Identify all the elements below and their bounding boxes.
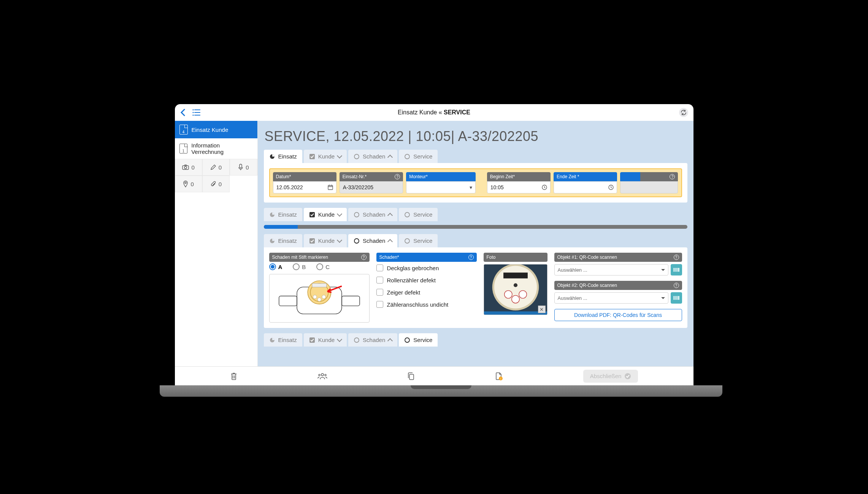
tab-service[interactable]: Service: [399, 150, 438, 163]
calendar-icon: [328, 185, 333, 190]
tab-schaden[interactable]: Schaden: [348, 234, 397, 247]
tab-service[interactable]: Service: [399, 333, 438, 347]
tabs-service-block: Einsatz Kunde Schaden Service: [264, 333, 687, 347]
select-qr1[interactable]: Auswählen ...: [554, 264, 668, 276]
svg-point-44: [519, 291, 526, 298]
svg-point-45: [513, 283, 517, 287]
radio-a[interactable]: A: [269, 263, 282, 270]
svg-point-34: [313, 295, 316, 299]
tab-einsatz[interactable]: Einsatz: [264, 208, 302, 221]
page-title: SERVICE, 12.05.2022 | 10:05| A-33/202205: [265, 128, 687, 144]
help-icon[interactable]: ?: [468, 255, 474, 260]
mic-icon: [238, 164, 243, 171]
input-ende-zeit[interactable]: [554, 181, 617, 193]
help-icon[interactable]: ?: [674, 283, 679, 288]
input-datum[interactable]: 12.05.2022: [273, 181, 336, 193]
radio-b[interactable]: B: [293, 263, 306, 270]
svg-rect-21: [309, 212, 315, 217]
check-box-icon: [309, 154, 315, 160]
back-icon[interactable]: [180, 109, 186, 116]
scan-qr1-button[interactable]: [671, 264, 682, 276]
tab-einsatz[interactable]: Einsatz: [264, 150, 302, 163]
tool-pin[interactable]: 0: [175, 176, 202, 192]
tab-kunde[interactable]: Kunde: [304, 234, 347, 247]
svg-point-60: [354, 338, 359, 342]
svg-point-3: [192, 109, 194, 110]
svg-point-63: [319, 374, 320, 376]
pin-icon: [183, 180, 188, 187]
foto-remove-icon[interactable]: ✕: [538, 306, 546, 313]
chk-deckglas[interactable]: Deckglas gebrochen: [376, 262, 477, 274]
chevron-down-icon: [337, 153, 342, 158]
download-pdf-button[interactable]: Download PDF: QR-Codes für Scans: [554, 309, 682, 321]
einsatz-panel: Datum* 12.05.2022 Einsatz-Nr.*? A-33/202…: [264, 163, 687, 203]
svg-point-27: [405, 239, 409, 243]
label-ende-zeit: Ende Zeit *: [554, 172, 617, 181]
help-icon[interactable]: ?: [395, 174, 400, 179]
tab-kunde[interactable]: Kunde: [304, 150, 347, 163]
svg-point-42: [504, 291, 512, 298]
svg-rect-8: [240, 164, 242, 168]
chk-zeiger[interactable]: Zeiger defekt: [376, 286, 477, 298]
svg-point-5: [192, 114, 194, 116]
tab-service[interactable]: Service: [399, 234, 438, 247]
chevron-down-icon: [337, 211, 342, 216]
pencil-icon: [210, 164, 216, 170]
doc-icon: 1: [179, 144, 188, 154]
chk-rollenzaehler[interactable]: Rollenzähler defekt: [376, 274, 477, 286]
doc-icon: 4: [179, 125, 188, 135]
tool-pencil[interactable]: 0: [202, 159, 230, 176]
svg-point-22: [354, 212, 359, 217]
tab-kunde[interactable]: Kunde: [304, 208, 347, 221]
input-beginn-zeit[interactable]: 10:05: [487, 181, 551, 193]
circle-icon: [354, 337, 360, 343]
tab-schaden[interactable]: Schaden: [348, 150, 397, 163]
help-icon[interactable]: ?: [361, 255, 367, 260]
group-icon[interactable]: [317, 373, 327, 380]
svg-point-68: [625, 373, 631, 379]
tab-kunde[interactable]: Kunde: [304, 333, 347, 347]
select-monteur[interactable]: ▾: [406, 181, 476, 193]
paperclip-icon: [210, 180, 216, 187]
tab-schaden[interactable]: Schaden: [348, 208, 397, 221]
label-foto: Foto: [484, 253, 547, 262]
svg-rect-59: [309, 337, 315, 343]
scan-qr2-button[interactable]: [671, 292, 682, 304]
check-box-icon: [309, 238, 315, 244]
select-qr2[interactable]: Auswählen ...: [554, 292, 668, 304]
topbar: Einsatz Kunde « SERVICE: [175, 104, 693, 121]
svg-rect-41: [503, 272, 528, 278]
tab-einsatz[interactable]: Einsatz: [264, 234, 302, 247]
finish-button[interactable]: Abschließen: [583, 370, 638, 383]
svg-text:!: !: [501, 377, 501, 380]
sidebar-item-information-verrechnung[interactable]: 1 Information Verrechnung: [175, 138, 257, 159]
doc-alert-icon[interactable]: !: [495, 372, 503, 380]
foto-thumbnail[interactable]: ✕: [484, 264, 547, 315]
tab-einsatz[interactable]: Einsatz: [264, 333, 302, 347]
check-circle-icon: [624, 373, 631, 380]
pie-icon: [269, 337, 275, 343]
tab-schaden[interactable]: Schaden: [348, 333, 397, 347]
label-extra: ?: [620, 172, 678, 181]
barcode-icon: [673, 295, 680, 301]
tabs-kunde-block: Einsatz Kunde Schaden Service: [264, 208, 687, 221]
meter-diagram[interactable]: [269, 274, 370, 323]
list-icon[interactable]: [192, 109, 201, 116]
sidebar-item-einsatz-kunde[interactable]: 4 Einsatz Kunde: [175, 121, 257, 138]
tool-mic[interactable]: 0: [230, 159, 257, 176]
tool-clip[interactable]: 0: [202, 176, 230, 192]
radio-c[interactable]: C: [316, 263, 330, 270]
tab-service[interactable]: Service: [399, 208, 438, 221]
svg-rect-11: [309, 154, 315, 159]
chk-anschluss[interactable]: Zähleranschluss undicht: [376, 298, 477, 310]
help-icon[interactable]: ?: [674, 255, 679, 260]
tool-camera[interactable]: 0: [175, 159, 202, 176]
svg-rect-25: [309, 238, 315, 244]
pie-icon: [269, 212, 275, 218]
help-icon[interactable]: ?: [670, 174, 675, 179]
copy-icon[interactable]: [407, 372, 415, 380]
clock-icon: [608, 185, 614, 190]
refresh-icon[interactable]: [679, 108, 688, 117]
trash-icon[interactable]: [230, 372, 238, 380]
clock-icon: [542, 185, 547, 190]
